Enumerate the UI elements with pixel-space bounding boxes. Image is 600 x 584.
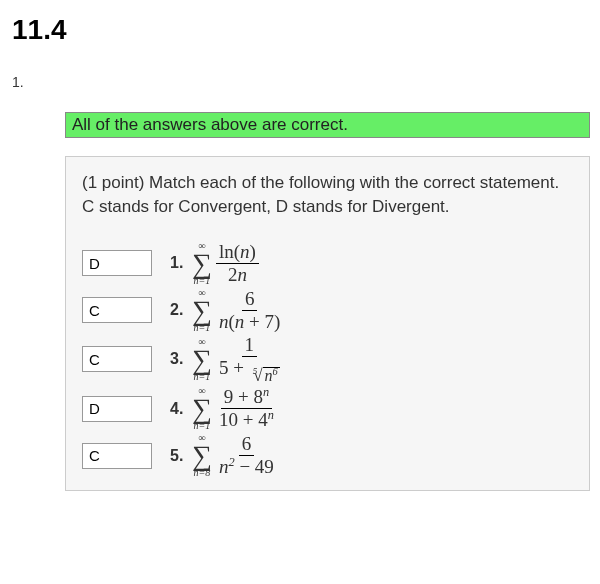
numerator: 1 [242,335,258,357]
question-box: (1 point) Match each of the following wi… [65,156,590,491]
numerator: 9 + 8n [221,387,272,409]
item-number: 2. [170,301,188,319]
section-title: 11.4 [12,14,590,46]
match-row: 5. ∞ ∑ n=8 6 n2 − 49 [82,433,573,478]
match-row: 4. ∞ ∑ n=1 9 + 8n 10 + 4n [82,386,573,431]
match-row: 3. ∞ ∑ n=1 1 5 + 5√n6 [82,335,573,384]
item-number: 5. [170,447,188,465]
sigma-icon: ∑ [192,347,212,372]
sum-lower: n=1 [194,372,211,382]
series-expression: ∞ ∑ n=1 6 n(n + 7) [192,288,283,333]
answer-input-4[interactable] [82,396,152,422]
series-expression: ∞ ∑ n=1 ln(n) 2n [192,241,259,286]
sum-lower: n=1 [194,323,211,333]
denominator: 10 + 4n [216,409,277,430]
root-icon: 5√n6 [249,367,280,384]
item-number: 3. [170,350,188,368]
sum-lower: n=1 [194,276,211,286]
series-expression: ∞ ∑ n=1 9 + 8n 10 + 4n [192,386,277,431]
answer-input-1[interactable] [82,250,152,276]
sigma-icon: ∑ [192,443,212,468]
answer-input-2[interactable] [82,297,152,323]
item-number: 4. [170,400,188,418]
sigma-icon: ∑ [192,396,212,421]
match-row: 2. ∞ ∑ n=1 6 n(n + 7) [82,288,573,333]
answer-input-3[interactable] [82,346,152,372]
series-expression: ∞ ∑ n=1 1 5 + 5√n6 [192,335,283,384]
feedback-banner: All of the answers above are correct. [65,112,590,138]
denominator: 2n [225,264,250,285]
sum-lower: n=1 [194,421,211,431]
sigma-icon: ∑ [192,251,212,276]
denominator: 5 + 5√n6 [216,357,283,384]
question-prompt: (1 point) Match each of the following wi… [82,171,573,219]
denominator: n2 − 49 [216,456,277,477]
numerator: 6 [239,434,255,456]
match-row: 1. ∞ ∑ n=1 ln(n) 2n [82,241,573,286]
question-number: 1. [12,74,590,90]
sum-lower: n=8 [194,468,211,478]
sigma-icon: ∑ [192,298,212,323]
numerator: ln(n) [216,242,259,264]
denominator: n(n + 7) [216,311,283,332]
series-expression: ∞ ∑ n=8 6 n2 − 49 [192,433,277,478]
answer-input-5[interactable] [82,443,152,469]
item-number: 1. [170,254,188,272]
numerator: 6 [242,289,258,311]
